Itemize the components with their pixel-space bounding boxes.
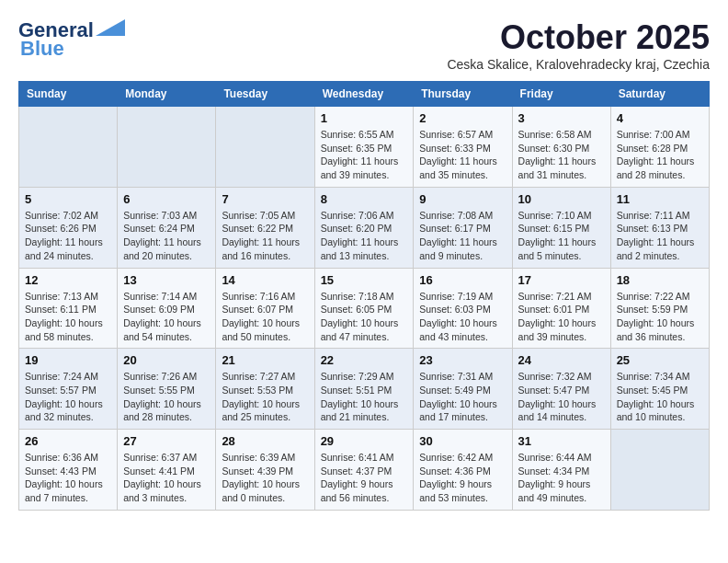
- day-info: Sunrise: 7:06 AM Sunset: 6:20 PM Dayligh…: [321, 209, 408, 263]
- day-info: Sunrise: 7:14 AM Sunset: 6:09 PM Dayligh…: [123, 290, 210, 344]
- weekday-header-row: SundayMondayTuesdayWednesdayThursdayFrid…: [19, 82, 710, 107]
- calendar-header: SundayMondayTuesdayWednesdayThursdayFrid…: [19, 82, 710, 107]
- weekday-header-thursday: Thursday: [414, 82, 512, 107]
- day-info: Sunrise: 7:11 AM Sunset: 6:13 PM Dayligh…: [617, 209, 703, 263]
- calendar-cell: 18Sunrise: 7:22 AM Sunset: 5:59 PM Dayli…: [610, 268, 709, 349]
- day-number: 12: [25, 273, 111, 287]
- calendar-cell: 20Sunrise: 7:26 AM Sunset: 5:55 PM Dayli…: [118, 349, 216, 430]
- day-number: 17: [518, 273, 605, 287]
- day-info: Sunrise: 6:57 AM Sunset: 6:33 PM Dayligh…: [419, 128, 506, 182]
- day-info: Sunrise: 6:55 AM Sunset: 6:35 PM Dayligh…: [321, 128, 408, 182]
- calendar-cell: 15Sunrise: 7:18 AM Sunset: 6:05 PM Dayli…: [314, 268, 414, 349]
- day-info: Sunrise: 7:31 AM Sunset: 5:49 PM Dayligh…: [419, 370, 506, 424]
- day-info: Sunrise: 7:21 AM Sunset: 6:01 PM Dayligh…: [518, 290, 605, 344]
- calendar-cell: [118, 107, 216, 188]
- calendar-cell: 30Sunrise: 6:42 AM Sunset: 4:36 PM Dayli…: [414, 430, 512, 511]
- day-number: 20: [123, 353, 210, 367]
- weekday-header-sunday: Sunday: [19, 82, 118, 107]
- day-number: 25: [617, 353, 703, 367]
- day-info: Sunrise: 7:22 AM Sunset: 5:59 PM Dayligh…: [617, 290, 703, 344]
- weekday-header-tuesday: Tuesday: [216, 82, 314, 107]
- day-number: 22: [321, 353, 408, 367]
- calendar-cell: 16Sunrise: 7:19 AM Sunset: 6:03 PM Dayli…: [414, 268, 512, 349]
- month-title: October 2025: [447, 18, 710, 57]
- day-info: Sunrise: 7:05 AM Sunset: 6:22 PM Dayligh…: [222, 209, 308, 263]
- day-number: 18: [617, 273, 703, 287]
- day-number: 13: [123, 273, 210, 287]
- calendar-cell: [19, 107, 118, 188]
- calendar-cell: 24Sunrise: 7:32 AM Sunset: 5:47 PM Dayli…: [512, 349, 610, 430]
- calendar-cell: [610, 430, 709, 511]
- calendar-cell: 12Sunrise: 7:13 AM Sunset: 6:11 PM Dayli…: [19, 268, 118, 349]
- calendar-cell: 8Sunrise: 7:06 AM Sunset: 6:20 PM Daylig…: [314, 187, 414, 268]
- day-info: Sunrise: 7:19 AM Sunset: 6:03 PM Dayligh…: [419, 290, 506, 344]
- day-info: Sunrise: 7:27 AM Sunset: 5:53 PM Dayligh…: [222, 370, 308, 424]
- day-info: Sunrise: 6:44 AM Sunset: 4:34 PM Dayligh…: [518, 451, 605, 505]
- calendar-week-row: 12Sunrise: 7:13 AM Sunset: 6:11 PM Dayli…: [19, 268, 710, 349]
- day-number: 2: [419, 111, 506, 125]
- day-info: Sunrise: 6:37 AM Sunset: 4:41 PM Dayligh…: [123, 451, 210, 505]
- calendar-week-row: 5Sunrise: 7:02 AM Sunset: 6:26 PM Daylig…: [19, 187, 710, 268]
- calendar-cell: 1Sunrise: 6:55 AM Sunset: 6:35 PM Daylig…: [314, 107, 414, 188]
- day-info: Sunrise: 7:00 AM Sunset: 6:28 PM Dayligh…: [617, 128, 703, 182]
- day-info: Sunrise: 7:03 AM Sunset: 6:24 PM Dayligh…: [123, 209, 210, 263]
- day-number: 21: [222, 353, 308, 367]
- location-subtitle: Ceska Skalice, Kralovehradecky kraj, Cze…: [447, 57, 710, 72]
- logo: General Blue: [18, 18, 125, 61]
- day-number: 23: [419, 353, 506, 367]
- page-header: General Blue October 2025 Ceska Skalice,…: [18, 18, 710, 72]
- calendar-cell: 31Sunrise: 6:44 AM Sunset: 4:34 PM Dayli…: [512, 430, 610, 511]
- calendar-cell: 5Sunrise: 7:02 AM Sunset: 6:26 PM Daylig…: [19, 187, 118, 268]
- calendar-cell: 29Sunrise: 6:41 AM Sunset: 4:37 PM Dayli…: [314, 430, 414, 511]
- calendar-cell: 23Sunrise: 7:31 AM Sunset: 5:49 PM Dayli…: [414, 349, 512, 430]
- calendar-week-row: 1Sunrise: 6:55 AM Sunset: 6:35 PM Daylig…: [19, 107, 710, 188]
- calendar-cell: 7Sunrise: 7:05 AM Sunset: 6:22 PM Daylig…: [216, 187, 314, 268]
- calendar-cell: 17Sunrise: 7:21 AM Sunset: 6:01 PM Dayli…: [512, 268, 610, 349]
- day-info: Sunrise: 7:16 AM Sunset: 6:07 PM Dayligh…: [222, 290, 308, 344]
- weekday-header-wednesday: Wednesday: [314, 82, 414, 107]
- day-number: 16: [419, 273, 506, 287]
- day-number: 8: [321, 192, 408, 206]
- day-info: Sunrise: 6:58 AM Sunset: 6:30 PM Dayligh…: [518, 128, 605, 182]
- day-number: 24: [518, 353, 605, 367]
- day-number: 11: [617, 192, 703, 206]
- day-info: Sunrise: 7:02 AM Sunset: 6:26 PM Dayligh…: [25, 209, 111, 263]
- day-info: Sunrise: 7:24 AM Sunset: 5:57 PM Dayligh…: [25, 370, 111, 424]
- day-info: Sunrise: 7:13 AM Sunset: 6:11 PM Dayligh…: [25, 290, 111, 344]
- day-number: 5: [25, 192, 111, 206]
- day-info: Sunrise: 7:32 AM Sunset: 5:47 PM Dayligh…: [518, 370, 605, 424]
- calendar-cell: 21Sunrise: 7:27 AM Sunset: 5:53 PM Dayli…: [216, 349, 314, 430]
- weekday-header-friday: Friday: [512, 82, 610, 107]
- logo-blue: Blue: [20, 37, 64, 61]
- day-number: 15: [321, 273, 408, 287]
- calendar-cell: 2Sunrise: 6:57 AM Sunset: 6:33 PM Daylig…: [414, 107, 512, 188]
- calendar-cell: 6Sunrise: 7:03 AM Sunset: 6:24 PM Daylig…: [118, 187, 216, 268]
- day-number: 7: [222, 192, 308, 206]
- logo-arrow-icon: [96, 19, 125, 36]
- weekday-header-monday: Monday: [118, 82, 216, 107]
- calendar-cell: 26Sunrise: 6:36 AM Sunset: 4:43 PM Dayli…: [19, 430, 118, 511]
- day-number: 28: [222, 434, 308, 448]
- calendar-cell: 19Sunrise: 7:24 AM Sunset: 5:57 PM Dayli…: [19, 349, 118, 430]
- calendar-cell: 4Sunrise: 7:00 AM Sunset: 6:28 PM Daylig…: [610, 107, 709, 188]
- day-info: Sunrise: 7:10 AM Sunset: 6:15 PM Dayligh…: [518, 209, 605, 263]
- day-number: 31: [518, 434, 605, 448]
- day-number: 10: [518, 192, 605, 206]
- calendar-cell: [216, 107, 314, 188]
- day-info: Sunrise: 7:29 AM Sunset: 5:51 PM Dayligh…: [321, 370, 408, 424]
- title-block: October 2025 Ceska Skalice, Kralovehrade…: [447, 18, 710, 72]
- calendar-table: SundayMondayTuesdayWednesdayThursdayFrid…: [18, 81, 710, 511]
- day-number: 4: [617, 111, 703, 125]
- calendar-week-row: 19Sunrise: 7:24 AM Sunset: 5:57 PM Dayli…: [19, 349, 710, 430]
- calendar-cell: 25Sunrise: 7:34 AM Sunset: 5:45 PM Dayli…: [610, 349, 709, 430]
- calendar-cell: 13Sunrise: 7:14 AM Sunset: 6:09 PM Dayli…: [118, 268, 216, 349]
- day-info: Sunrise: 7:18 AM Sunset: 6:05 PM Dayligh…: [321, 290, 408, 344]
- day-number: 29: [321, 434, 408, 448]
- calendar-cell: 9Sunrise: 7:08 AM Sunset: 6:17 PM Daylig…: [414, 187, 512, 268]
- day-number: 3: [518, 111, 605, 125]
- day-number: 14: [222, 273, 308, 287]
- day-number: 27: [123, 434, 210, 448]
- day-info: Sunrise: 7:34 AM Sunset: 5:45 PM Dayligh…: [617, 370, 703, 424]
- day-number: 19: [25, 353, 111, 367]
- calendar-cell: 28Sunrise: 6:39 AM Sunset: 4:39 PM Dayli…: [216, 430, 314, 511]
